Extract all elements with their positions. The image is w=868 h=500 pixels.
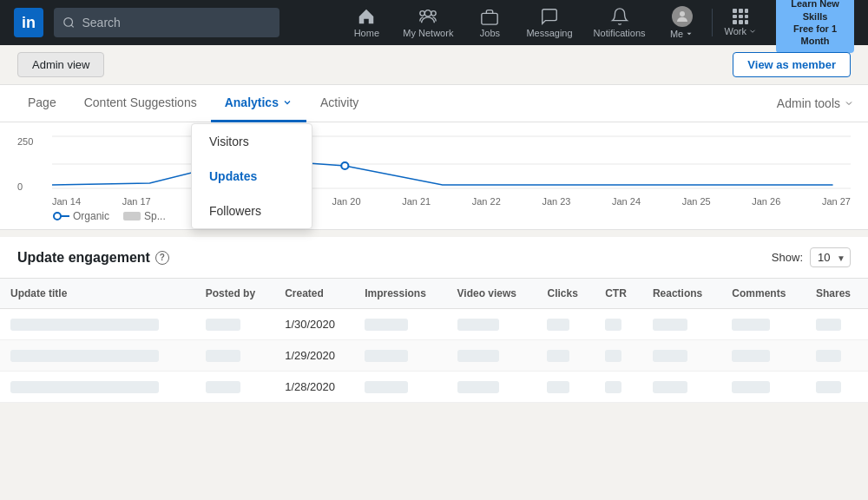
row1-clicks (536, 309, 595, 340)
row1-ctr (595, 309, 642, 340)
jobs-icon (480, 7, 499, 26)
table-row: 1/28/2020 (0, 372, 868, 403)
row3-posted-by (195, 372, 274, 403)
linkedin-logo[interactable]: in (14, 8, 43, 37)
subnav-analytics[interactable]: Analytics (211, 85, 306, 122)
row1-created: 1/30/2020 (274, 309, 354, 340)
svg-point-6 (680, 11, 685, 16)
table-row: 1/30/2020 (0, 309, 868, 340)
messaging-icon (540, 7, 559, 26)
notifications-label: Notifications (594, 28, 646, 38)
row2-title-cell (0, 340, 195, 372)
row2-shares (806, 340, 868, 372)
nav-network[interactable]: My Network (392, 0, 464, 45)
legend-organic: Organic (52, 210, 109, 222)
show-select-wrapper: 10 25 50 (810, 247, 851, 267)
row1-posted-by (195, 309, 274, 340)
admin-tools-button[interactable]: Admin tools (777, 96, 854, 110)
promo-banner[interactable]: Learn New Skills Free for 1 Month (776, 0, 854, 53)
show-row: Show: 10 25 50 (772, 247, 851, 267)
engagement-section: Update engagement ? Show: 10 25 50 Updat… (0, 237, 868, 403)
me-label: Me (670, 29, 694, 39)
col-ctr: CTR (595, 279, 642, 309)
dropdown-followers[interactable]: Followers (192, 194, 312, 228)
row2-posted-by (195, 340, 274, 372)
row1-title-cell (0, 309, 195, 340)
row2-impressions (354, 340, 446, 372)
row1-video-views (447, 309, 537, 340)
dropdown-visitors[interactable]: Visitors (192, 124, 312, 159)
svg-point-11 (341, 162, 348, 169)
bell-icon (610, 7, 629, 26)
engagement-title: Update engagement ? (17, 250, 169, 266)
sponsored-legend-box (123, 212, 141, 220)
admin-view-button[interactable]: Admin view (17, 52, 104, 77)
nav-messaging[interactable]: Messaging (516, 0, 582, 45)
jobs-label: Jobs (480, 28, 500, 38)
row3-ctr (595, 372, 642, 403)
row2-created: 1/29/2020 (274, 340, 354, 372)
chart-y-max: 250 (17, 136, 45, 147)
chart-legend: Organic Sp... (52, 210, 851, 222)
nav-notifications[interactable]: Notifications (583, 0, 656, 45)
nav-work[interactable]: Work (716, 0, 766, 45)
row1-shares (806, 309, 868, 340)
col-created: Created (274, 279, 354, 309)
svg-line-1 (71, 25, 74, 28)
row1-comments (721, 309, 806, 340)
svg-point-12 (54, 213, 61, 220)
row2-ctr (595, 340, 642, 372)
col-posted-by: Posted by (195, 279, 274, 309)
analytics-chevron-icon (282, 97, 293, 108)
nav-home[interactable]: Home (340, 0, 392, 45)
dropdown-updates[interactable]: Updates (192, 159, 312, 194)
row3-shares (806, 372, 868, 403)
table-container: Update title Posted by Created Impressio… (0, 279, 868, 403)
network-label: My Network (403, 28, 453, 38)
search-bar[interactable] (54, 8, 279, 37)
row3-clicks (536, 372, 595, 403)
col-shares: Shares (806, 279, 868, 309)
table-row: 1/29/2020 (0, 340, 868, 372)
row2-title-placeholder (10, 350, 159, 362)
subnav-page[interactable]: Page (14, 85, 70, 122)
row3-impressions (354, 372, 446, 403)
row2-posted-placeholder (206, 350, 240, 362)
row2-comments (721, 340, 806, 372)
view-as-member-button[interactable]: View as member (733, 52, 851, 77)
svg-point-3 (431, 11, 437, 16)
row1-reactions (642, 309, 721, 340)
chevron-down-icon (685, 30, 694, 38)
nav-jobs[interactable]: Jobs (464, 0, 516, 45)
admin-tools-chevron-icon (844, 98, 854, 109)
legend-sponsored: Sp... (123, 210, 166, 222)
subnav-activity[interactable]: Activity (306, 85, 372, 122)
info-icon[interactable]: ? (155, 251, 169, 265)
home-label: Home (354, 28, 379, 38)
avatar (672, 6, 693, 27)
row3-title-placeholder (10, 381, 159, 393)
row3-title-cell (0, 372, 195, 403)
row1-impressions (354, 309, 446, 340)
row2-clicks (536, 340, 595, 372)
col-comments: Comments (721, 279, 806, 309)
sub-navigation: Page Content Suggestions Analytics Activ… (0, 85, 868, 122)
chart-svg (52, 133, 851, 192)
search-input[interactable] (82, 16, 272, 30)
row3-reactions (642, 372, 721, 403)
nav-items: Home My Network Jobs Messaging (340, 0, 766, 45)
work-chevron-icon (748, 27, 757, 36)
row2-video-views (447, 340, 537, 372)
grid-icon (733, 9, 748, 24)
table-header-row: Update title Posted by Created Impressio… (0, 279, 868, 309)
chart-area: 250 0 Jan 14 Jan 17 Jan 18 Jan 19 Jan 20… (0, 122, 868, 230)
col-impressions: Impressions (354, 279, 446, 309)
show-select[interactable]: 10 25 50 (810, 247, 851, 267)
messaging-label: Messaging (526, 28, 572, 38)
svg-point-4 (420, 11, 425, 16)
subnav-content-suggestions[interactable]: Content Suggestions (70, 85, 211, 122)
nav-me[interactable]: Me (656, 0, 708, 45)
home-icon (357, 7, 376, 26)
engagement-header: Update engagement ? Show: 10 25 50 (0, 237, 868, 279)
svg-rect-5 (482, 13, 497, 24)
